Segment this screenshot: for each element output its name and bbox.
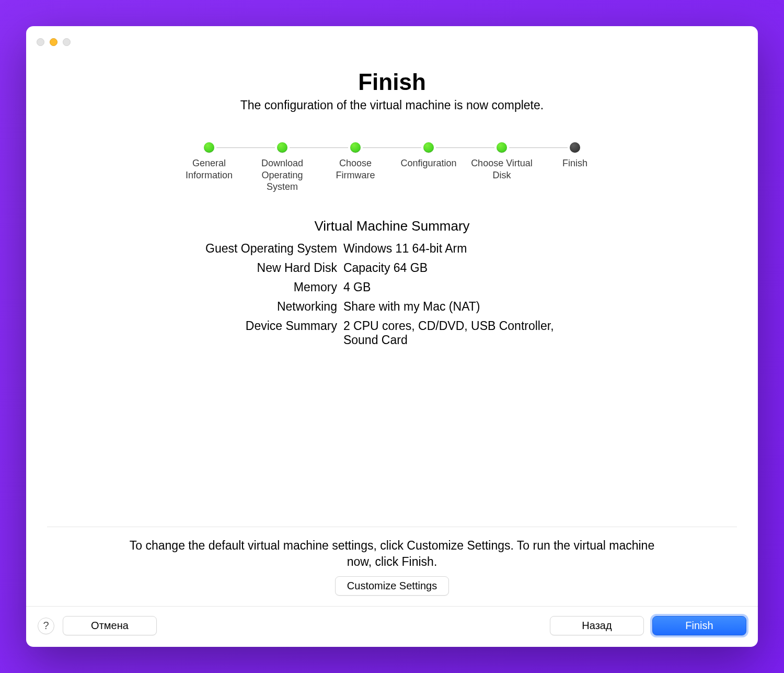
cancel-button[interactable]: Отмена [63,616,157,635]
finish-button[interactable]: Finish [652,616,746,635]
step-label: Choose Virtual Disk [465,157,538,181]
step-dot-icon [423,142,434,153]
step-general-information: General Information [172,142,246,181]
lower-panel: To change the default virtual machine se… [47,527,737,606]
summary-value-networking: Share with my Mac (NAT) [343,300,579,314]
summary-value-disk: Capacity 64 GB [343,261,579,275]
customize-settings-button[interactable]: Customize Settings [335,576,449,596]
maximize-icon[interactable] [63,38,71,46]
step-dot-icon [277,142,287,153]
content-area: Finish The configuration of the virtual … [26,48,758,606]
back-button[interactable]: Назад [550,616,644,635]
page-title: Finish [358,69,426,95]
step-finish: Finish [538,142,612,169]
close-icon[interactable] [37,38,44,46]
advice-text: To change the default virtual machine se… [125,538,659,570]
step-download-os: Download Operating System [246,142,319,193]
step-choose-virtual-disk: Choose Virtual Disk [465,142,538,181]
step-label: Download Operating System [246,157,319,193]
summary-table: Guest Operating System Windows 11 64-bit… [205,242,579,347]
window-controls [37,38,71,46]
footer: ? Отмена Назад Finish [26,606,758,647]
step-dot-icon [350,142,361,153]
step-label: Configuration [400,157,456,169]
step-dot-icon [497,142,507,153]
step-indicator: General Information Download Operating S… [172,142,612,193]
summary-value-os: Windows 11 64-bit Arm [343,242,579,256]
step-configuration: Configuration [392,142,465,169]
wizard-window: Finish The configuration of the virtual … [26,26,758,647]
summary-label-devices: Device Summary [205,319,337,347]
titlebar [26,26,758,48]
summary-value-devices: 2 CPU cores, CD/DVD, USB Controller, Sou… [343,319,579,347]
summary-label-networking: Networking [205,300,337,314]
help-button[interactable]: ? [38,618,54,634]
page-subtitle: The configuration of the virtual machine… [240,98,544,112]
step-choose-firmware: Choose Firmware [319,142,392,181]
summary-label-memory: Memory [205,280,337,294]
step-dot-icon [570,142,580,153]
step-label: Finish [562,157,587,169]
summary-label-os: Guest Operating System [205,242,337,256]
step-label: General Information [172,157,246,181]
step-label: Choose Firmware [319,157,392,181]
summary-value-memory: 4 GB [343,280,579,294]
minimize-icon[interactable] [50,38,57,46]
summary-label-disk: New Hard Disk [205,261,337,275]
step-dot-icon [204,142,214,153]
summary-title: Virtual Machine Summary [314,218,469,234]
